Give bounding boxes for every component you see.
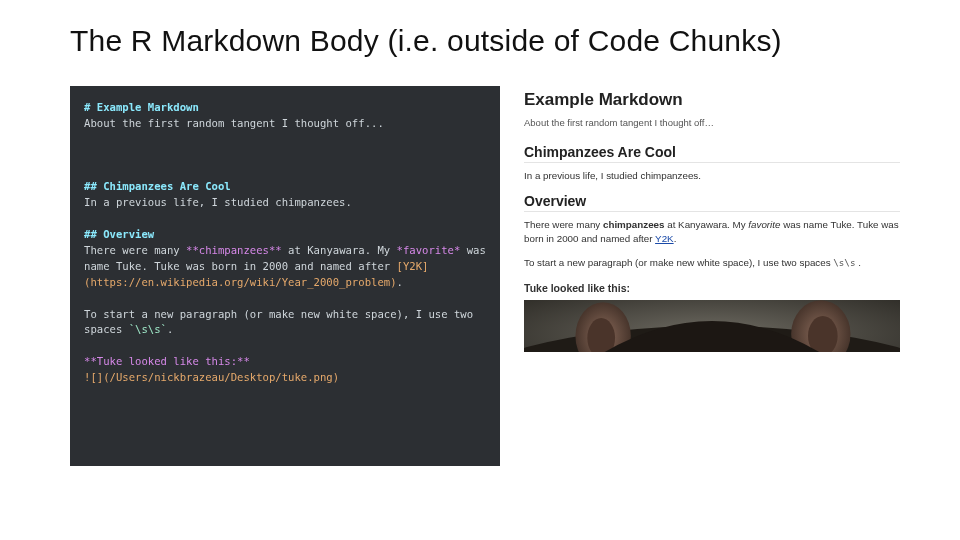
src-p1: About the first random tangent I thought… (84, 117, 384, 129)
src-p3a: There were many (84, 244, 186, 256)
render-p3a: There were many (524, 219, 603, 230)
markdown-source-editor: # Example Markdown About the first rando… (70, 86, 500, 466)
panels: # Example Markdown About the first rando… (70, 86, 900, 466)
src-p3linklbl: [Y2K] (397, 260, 429, 272)
src-h2a: ## Chimpanzees Are Cool (84, 180, 231, 192)
src-p5img: ![](/Users/nickbrazeau/Desktop/tuke.png) (84, 371, 339, 383)
src-h1: # Example Markdown (84, 101, 199, 113)
src-p4code: `\s\s` (129, 323, 167, 335)
render-image-wrap (524, 300, 900, 352)
render-p3bold: chimpanzees (603, 219, 665, 230)
render-p4code: \s\s (833, 257, 855, 268)
src-p5bold: **Tuke looked like this:** (84, 355, 250, 367)
render-p3: There were many chimpanzees at Kanyawara… (524, 218, 900, 246)
render-h2b: Overview (524, 193, 900, 212)
render-p4a: To start a new paragraph (or make new wh… (524, 257, 833, 268)
src-p3ital: *favorite* (397, 244, 461, 256)
render-p2: In a previous life, I studied chimpanzee… (524, 169, 900, 183)
render-p3ital: favorite (748, 219, 780, 230)
render-p4: To start a new paragraph (or make new wh… (524, 256, 900, 270)
rendered-output: Example Markdown About the first random … (524, 86, 900, 466)
src-p3linkurl: (https://en.wikipedia.org/wiki/Year_2000… (84, 276, 397, 288)
src-p3d: . (397, 276, 403, 288)
render-h2a: Chimpanzees Are Cool (524, 144, 900, 163)
render-p3d: . (674, 233, 677, 244)
render-p3b: at Kanyawara. My (664, 219, 748, 230)
slide: The R Markdown Body (i.e. outside of Cod… (0, 0, 960, 540)
render-h1: Example Markdown (524, 90, 900, 110)
chimpanzee-image (524, 300, 900, 352)
src-p2: In a previous life, I studied chimpanzee… (84, 196, 352, 208)
render-p5: Tuke looked like this: (524, 281, 900, 296)
render-p3link[interactable]: Y2K (655, 233, 674, 244)
render-p4b: . (855, 257, 860, 268)
src-p4b: . (167, 323, 173, 335)
slide-title: The R Markdown Body (i.e. outside of Cod… (70, 24, 900, 58)
src-p3b: at Kanyawara. My (282, 244, 397, 256)
src-p3bold: **chimpanzees** (186, 244, 282, 256)
render-sub: About the first random tangent I thought… (524, 116, 900, 130)
src-h2b: ## Overview (84, 228, 154, 240)
